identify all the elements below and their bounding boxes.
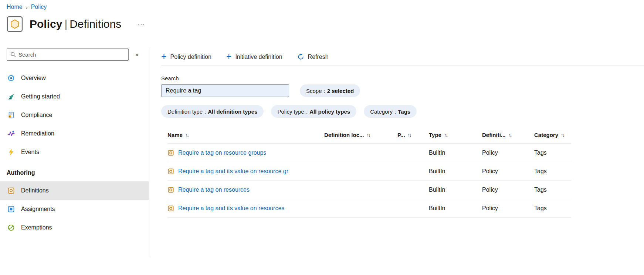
breadcrumb-policy-link[interactable]: Policy (31, 4, 47, 10)
definition-link[interactable]: Require a tag and its value on resource … (178, 168, 288, 175)
cell-name: Require a tag on resource groups (167, 150, 324, 156)
sidebar-item-remediation[interactable]: Remediation (0, 124, 149, 143)
more-button[interactable]: ··· (138, 21, 145, 28)
sidebar-item-definitions[interactable]: Definitions (0, 181, 149, 200)
definition-link[interactable]: Require a tag on resource groups (178, 150, 266, 156)
policy-type-filter-pill[interactable]: Policy type : All policy types (271, 105, 356, 118)
cell-category: Tags (534, 168, 571, 175)
search-icon (10, 52, 16, 57)
definitions-search-input[interactable] (161, 84, 289, 97)
column-header-name[interactable]: Name ↑↓ (167, 132, 324, 138)
pill-separator: : (394, 108, 396, 115)
page-title-separator: | (62, 18, 70, 30)
refresh-label: Refresh (308, 54, 329, 60)
overview-icon (7, 74, 15, 82)
initiative-definition-label: Initiative definition (235, 54, 282, 60)
sidebar-item-events[interactable]: Events (0, 143, 149, 161)
plus-icon: + (226, 52, 232, 61)
pill-label: Policy type (277, 108, 304, 115)
policy-service-icon (7, 16, 23, 32)
pill-separator: : (306, 108, 308, 115)
cell-type: BuiltIn (429, 205, 482, 212)
column-header-type[interactable]: Type ↑↓ (429, 132, 482, 138)
sidebar-item-assignments[interactable]: Assignments (0, 200, 149, 218)
sort-icon: ↑↓ (508, 132, 511, 138)
breadcrumb-home-link[interactable]: Home (7, 4, 23, 10)
page-title: Policy|Definitions (30, 18, 121, 30)
sidebar-item-overview[interactable]: Overview (0, 69, 149, 87)
page-title-service: Policy (30, 18, 62, 30)
table-row: Require a tag on resource groups BuiltIn… (167, 144, 571, 162)
plus-icon: + (161, 52, 167, 61)
cell-type: BuiltIn (429, 187, 482, 193)
scope-filter-pill[interactable]: Scope : 2 selected (300, 84, 360, 97)
pill-separator: : (204, 108, 206, 115)
sidebar-item-label: Overview (21, 75, 46, 81)
cell-category: Tags (534, 187, 571, 193)
column-label: Definiti... (482, 132, 505, 138)
definitions-icon (7, 187, 15, 194)
sort-icon: ↑↓ (408, 132, 411, 138)
sidebar-item-label: Exemptions (21, 224, 52, 231)
column-header-definition-type[interactable]: Definiti... ↑↓ (482, 132, 534, 138)
pill-value: 2 selected (327, 88, 354, 94)
category-filter-pill[interactable]: Category : Tags (364, 105, 417, 118)
pill-label: Category (370, 108, 393, 115)
pill-label: Scope (306, 88, 322, 94)
sidebar-item-label: Remediation (21, 130, 54, 137)
table-row: Require a tag and its value on resources… (167, 199, 571, 218)
refresh-button[interactable]: Refresh (297, 53, 329, 60)
sidebar-item-compliance[interactable]: Compliance (0, 106, 149, 124)
definition-link[interactable]: Require a tag and its value on resources (178, 205, 284, 212)
events-icon (7, 148, 15, 156)
column-header-category[interactable]: Category ↑↓ (534, 132, 571, 138)
definitions-table: Name ↑↓ Definition loc... ↑↓ P... ↑↓ Typ… (167, 127, 571, 218)
cell-definition-type: Policy (482, 205, 534, 212)
policy-definition-button[interactable]: + Policy definition (161, 52, 211, 61)
search-filter-label: Search (161, 75, 644, 81)
cell-category: Tags (534, 205, 571, 212)
sidebar-section-authoring: Authoring (0, 161, 149, 181)
definition-type-filter-pill[interactable]: Definition type : All definition types (161, 105, 264, 118)
sidebar-item-label: Compliance (21, 112, 52, 118)
column-label: Definition loc... (324, 132, 364, 138)
cell-name: Require a tag and its value on resource … (167, 168, 324, 175)
cell-definition-type: Policy (482, 187, 534, 193)
definition-link[interactable]: Require a tag on resources (178, 187, 250, 193)
table-row: Require a tag on resources BuiltIn Polic… (167, 181, 571, 199)
collapse-sidebar-button[interactable]: « (133, 50, 141, 60)
pill-separator: : (324, 88, 325, 94)
cell-definition-type: Policy (482, 168, 534, 175)
pill-value: All definition types (208, 108, 257, 115)
sidebar-item-exemptions[interactable]: Exemptions (0, 218, 149, 237)
cell-name: Require a tag and its value on resources (167, 205, 324, 212)
page-header: Policy|Definitions ··· (0, 10, 644, 32)
remediation-icon (7, 130, 15, 137)
content-area: « Overview Getting started (0, 48, 644, 257)
column-header-definition-location[interactable]: Definition loc... ↑↓ (324, 132, 397, 138)
refresh-icon (297, 53, 304, 60)
sidebar-item-getting-started[interactable]: Getting started (0, 87, 149, 106)
sidebar-search-box[interactable] (7, 48, 129, 61)
initiative-definition-button[interactable]: + Initiative definition (226, 52, 282, 61)
column-label: Name (167, 132, 183, 138)
exemptions-icon (7, 224, 15, 231)
filter-row-secondary: Definition type : All definition types P… (161, 105, 644, 118)
sort-icon: ↑↓ (185, 132, 189, 138)
sort-icon: ↑↓ (561, 132, 564, 138)
main-panel: + Policy definition + Initiative definit… (149, 48, 644, 257)
sidebar-item-label: Getting started (21, 93, 60, 100)
breadcrumb-separator-icon: › (26, 4, 28, 10)
assignments-icon (7, 205, 15, 213)
sidebar-search-input[interactable] (18, 51, 125, 58)
cell-type: BuiltIn (429, 150, 482, 156)
column-label: P... (397, 132, 405, 138)
getting-started-icon (7, 93, 15, 100)
filter-row-primary: Scope : 2 selected (161, 84, 644, 97)
sidebar-search-row: « (0, 48, 149, 61)
cell-category: Tags (534, 150, 571, 156)
column-header-policies[interactable]: P... ↑↓ (397, 132, 429, 138)
table-header-row: Name ↑↓ Definition loc... ↑↓ P... ↑↓ Typ… (167, 127, 571, 144)
sidebar-item-label: Assignments (21, 206, 55, 212)
policy-definition-icon (167, 168, 174, 175)
